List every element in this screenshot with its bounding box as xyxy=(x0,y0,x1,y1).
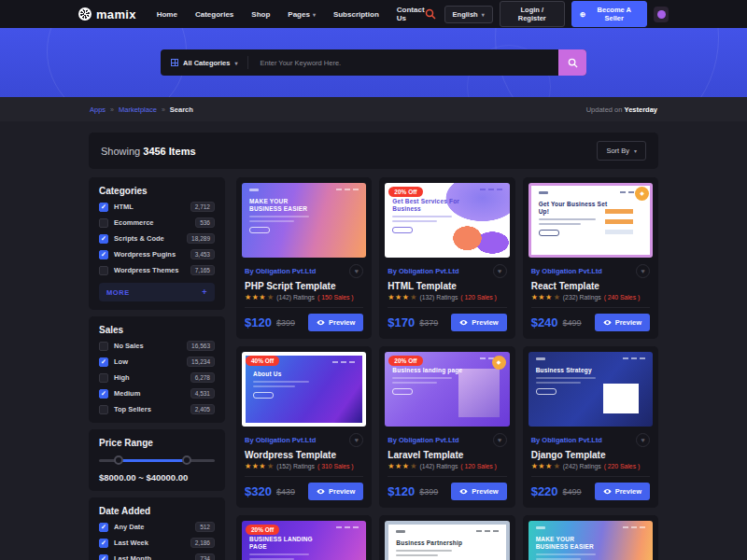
nav-menu-item[interactable]: Categories xyxy=(195,6,233,22)
product-title[interactable]: Django Template xyxy=(531,450,650,460)
sort-by-button[interactable]: Sort By▾ xyxy=(597,141,646,161)
slider-handle-max[interactable] xyxy=(182,455,191,465)
breadcrumb-separator: » xyxy=(110,106,114,113)
filter-section-date-added: Date Added ✓ Any Date 512 ✓ xyxy=(89,497,225,560)
star-icons: ★★★ xyxy=(388,462,409,470)
product-thumbnail[interactable]: Get Your Business Set Up! ◆ xyxy=(523,177,658,258)
ratings-count: (142) Ratings xyxy=(420,463,458,469)
avatar[interactable] xyxy=(654,7,669,22)
product-rating: ★★★★ (142) Ratings ( 120 Sales ) xyxy=(388,462,506,470)
language-select[interactable]: English▾ xyxy=(444,6,493,23)
filter-option[interactable]: ✓ Ecommerce 536 xyxy=(99,217,215,228)
checkbox[interactable]: ✓ xyxy=(99,554,108,560)
filter-option[interactable]: ✓ Last Week 2,186 xyxy=(99,538,215,548)
filter-option[interactable]: ✓ Any Date 512 xyxy=(99,522,215,532)
sales-count: ( 240 Sales ) xyxy=(604,294,641,301)
slider-handle-min[interactable] xyxy=(114,455,123,465)
preview-button[interactable]: Preview xyxy=(451,314,506,331)
product-thumbnail[interactable]: About Us 40% Off xyxy=(236,346,372,427)
checkbox[interactable]: ✓ xyxy=(99,250,108,259)
product-title[interactable]: Wordpress Template xyxy=(245,450,363,460)
checkbox[interactable]: ✓ xyxy=(99,373,108,383)
product-title[interactable]: PHP Script Template xyxy=(245,281,363,291)
filter-option[interactable]: ✓ Medium 4,531 xyxy=(99,388,215,399)
checkbox[interactable]: ✓ xyxy=(99,234,108,244)
login-register-button[interactable]: Login / Register xyxy=(500,1,565,27)
checkbox[interactable]: ✓ xyxy=(99,389,108,399)
breadcrumb-current: Search xyxy=(170,105,193,114)
preview-button[interactable]: Preview xyxy=(595,483,650,500)
nav-menu-item[interactable]: Subscription xyxy=(333,6,379,22)
preview-button[interactable]: Preview xyxy=(308,483,363,500)
seller-link[interactable]: By Obligation Pvt.Ltd xyxy=(245,436,316,444)
product-title[interactable]: HTML Template xyxy=(388,281,506,291)
breadcrumb-apps[interactable]: Apps xyxy=(90,105,106,114)
nav-menu-item[interactable]: Shop xyxy=(251,6,270,22)
product-thumbnail[interactable]: Business landing page 20% Off ◆ xyxy=(379,346,514,427)
category-dropdown[interactable]: All Categories ▾ xyxy=(161,49,247,76)
product-thumbnail[interactable]: Get Best Services For Business 20% Off xyxy=(379,177,514,258)
become-seller-button[interactable]: ⊕Become A Seller xyxy=(571,1,647,27)
filter-section-price-range: Price Range $8000.00 ~ $40000.00 xyxy=(89,429,225,491)
filter-option[interactable]: ✓ Top Sellers 2,405 xyxy=(99,404,215,414)
checkbox[interactable]: ✓ xyxy=(99,218,108,228)
product-price: $220 xyxy=(531,484,558,498)
wishlist-heart-icon[interactable]: ♥ xyxy=(636,264,650,278)
wishlist-heart-icon[interactable]: ♥ xyxy=(493,264,507,278)
preview-button[interactable]: Preview xyxy=(451,483,506,500)
product-thumbnail[interactable]: Business Strategy xyxy=(523,346,658,427)
product-thumbnail[interactable]: MAKE YOUR BUSINESS EASIER xyxy=(236,177,372,258)
filter-option[interactable]: ✓ HTML 2,712 xyxy=(99,202,215,212)
product-image-title: BUSINESS LANDING PAGE xyxy=(249,536,321,551)
seller-link[interactable]: By Obligation Pvt.Ltd xyxy=(388,267,458,275)
filter-option[interactable]: ✓ Low 15,234 xyxy=(99,357,215,367)
filter-section-sales: Sales ✓ No Sales 16,563 ✓ L xyxy=(89,316,225,423)
nav-menu-item[interactable]: Contact Us xyxy=(397,6,425,22)
checkbox[interactable]: ✓ xyxy=(99,539,108,548)
seller-link[interactable]: By Obligation Pvt.Ltd xyxy=(531,436,602,444)
more-button[interactable]: MORE + xyxy=(99,283,215,301)
search-input[interactable] xyxy=(248,49,558,76)
checkbox[interactable]: ✓ xyxy=(99,342,108,351)
product-thumbnail[interactable]: BUSINESS LANDING PAGE 20% Off xyxy=(236,515,372,560)
wishlist-heart-icon[interactable]: ♥ xyxy=(349,433,363,447)
search-icon[interactable] xyxy=(425,8,436,20)
filter-option[interactable]: ✓ High 6,278 xyxy=(99,372,215,383)
product-thumbnail[interactable]: Business Partnership xyxy=(379,515,514,560)
filter-option[interactable]: ✓ Wordpress Themes 7,165 xyxy=(99,265,215,275)
filter-option[interactable]: ✓ Last Month 734 xyxy=(99,553,215,560)
brand-logo[interactable]: mamix xyxy=(78,7,136,21)
nav-menu-item[interactable]: Home xyxy=(157,6,177,22)
featured-badge-icon: ◆ xyxy=(492,356,506,370)
divider xyxy=(531,307,650,308)
chevron-down-icon: ▾ xyxy=(482,11,485,18)
seller-link[interactable]: By Obligation Pvt.Ltd xyxy=(245,267,316,275)
filter-option[interactable]: ✓ No Sales 16,563 xyxy=(99,341,215,351)
product-card: Business Partnership ♥ xyxy=(379,515,514,560)
preview-button[interactable]: Preview xyxy=(308,314,363,331)
product-image-title: Get Your Business Set Up! xyxy=(539,201,608,216)
seller-link[interactable]: By Obligation Pvt.Ltd xyxy=(531,267,602,275)
breadcrumb-marketplace[interactable]: Marketplace xyxy=(119,105,157,114)
product-title[interactable]: Laravel Template xyxy=(388,450,506,460)
nav-menu-item[interactable]: Pages▾ xyxy=(288,6,316,22)
wishlist-heart-icon[interactable]: ♥ xyxy=(349,264,363,278)
checkbox[interactable]: ✓ xyxy=(99,203,108,212)
discount-badge: 20% Off xyxy=(246,525,279,535)
filter-option[interactable]: ✓ Scripts & Code 18,289 xyxy=(99,233,215,244)
checkbox[interactable]: ✓ xyxy=(99,523,108,532)
checkbox[interactable]: ✓ xyxy=(99,357,108,367)
checkbox[interactable]: ✓ xyxy=(99,405,108,414)
preview-button[interactable]: Preview xyxy=(595,314,650,331)
product-title[interactable]: React Template xyxy=(531,281,650,291)
filter-option[interactable]: ✓ Wordpress Pugins 3,453 xyxy=(99,249,215,259)
price-range-slider[interactable] xyxy=(99,455,215,465)
wishlist-heart-icon[interactable]: ♥ xyxy=(636,433,650,447)
checkbox[interactable]: ✓ xyxy=(99,266,108,275)
count-badge: 16,563 xyxy=(187,341,215,351)
wishlist-heart-icon[interactable]: ♥ xyxy=(493,433,507,447)
search-submit-button[interactable] xyxy=(558,49,586,76)
seller-link[interactable]: By Obligation Pvt.Ltd xyxy=(388,436,458,444)
product-card: Business landing page 20% Off ◆ By Oblig… xyxy=(379,346,514,508)
product-thumbnail[interactable]: MAKE YOUR BUSINESS EASIER xyxy=(523,515,658,560)
